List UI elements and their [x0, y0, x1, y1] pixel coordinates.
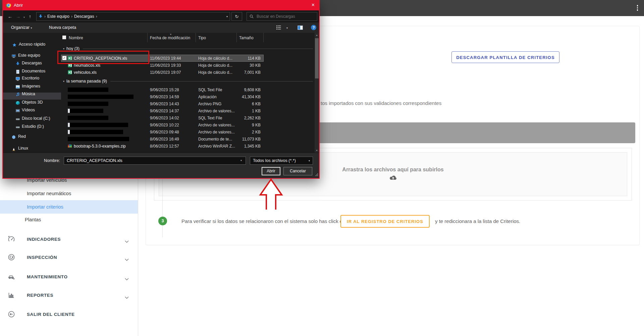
- scroll-up-icon[interactable]: ▴: [315, 34, 319, 37]
- view-list-icon[interactable]: [276, 25, 281, 31]
- sidebar-item-importar-neumaticos[interactable]: Importar neumáticos: [0, 187, 138, 200]
- navpane-item-escritorio[interactable]: Escritorio: [3, 75, 61, 82]
- up-icon[interactable]: ↑: [29, 13, 31, 19]
- go-to-criteria-registry-button[interactable]: IR AL REGISTRO DE CRITERIOS: [340, 215, 430, 228]
- group-header-hoy[interactable]: ▾ hoy (3): [61, 46, 313, 52]
- computer-icon: [12, 53, 16, 58]
- screen: Importar vehículos Importar neumáticos I…: [0, 0, 644, 336]
- select-all-checkbox[interactable]: [62, 36, 66, 39]
- file-row[interactable]: 9/06/2023 10:22Archivo de valores...9 KB: [61, 121, 264, 128]
- file-row-neumaticos[interactable]: neumaticos.xls 11/06/2023 19:33 Hoja de …: [61, 62, 264, 69]
- row-checkbox-checked[interactable]: ✓: [62, 56, 66, 60]
- redacted-name-bar: [68, 95, 133, 99]
- sidebar-item-plantas[interactable]: Plantas: [0, 213, 138, 226]
- resize-grip[interactable]: [315, 172, 318, 177]
- sidebar-section-label: INDICADORES: [27, 237, 61, 242]
- sort-indicator-icon: ▾: [170, 33, 171, 36]
- address-caret-icon[interactable]: ▾: [226, 15, 228, 18]
- step-3-badge: 3: [158, 217, 167, 225]
- kebab-menu-icon[interactable]: [637, 5, 638, 11]
- help-icon[interactable]: ?: [311, 25, 316, 30]
- column-header-tamano[interactable]: Tamaño: [239, 36, 254, 40]
- file-row-bootstrap-zip[interactable]: bootstrap-5.3.0-examples.zip 8/06/2023 1…: [61, 143, 264, 150]
- file-row-criterio-aceptacion[interactable]: ✓ CRITERIO_ACEPTACION.xls 11/06/2023 19:…: [61, 55, 264, 62]
- sidebar-section-label: REPORTES: [27, 293, 53, 298]
- redacted-name-bar: [70, 109, 103, 113]
- cancel-button[interactable]: Cancelar: [283, 167, 312, 175]
- navpane-item-este-equipo[interactable]: Este equipo: [3, 52, 61, 59]
- file-row[interactable]: 9/06/2023 14:59Aplicación41,304 KB: [61, 93, 264, 100]
- navpane-item-linux[interactable]: Linux: [3, 145, 61, 152]
- refresh-button[interactable]: ↻: [231, 12, 242, 21]
- download-template-button[interactable]: DESCARGAR PLANTILLA DE CRITERIOS: [451, 51, 559, 63]
- column-header-nombre[interactable]: Nombre: [69, 36, 83, 40]
- column-header-fecha[interactable]: Fecha de modificación: [150, 36, 190, 40]
- navpane-item-red[interactable]: Red: [3, 133, 61, 140]
- breadcrumb[interactable]: › Este equipo › Descargas › ▾: [36, 12, 230, 21]
- view-caret-icon[interactable]: ▾: [286, 26, 288, 30]
- open-file-dialog: Abrir × ← → ▾ ↑ › Este equipo › Descarga…: [2, 0, 320, 179]
- navpane-item-videos[interactable]: Vídeos: [3, 107, 61, 114]
- search-input[interactable]: [256, 14, 311, 19]
- filetype-select[interactable]: Todos los archivos (*.*) ▾: [250, 157, 313, 165]
- annotation-arrow-up: [258, 178, 284, 210]
- file-row[interactable]: 9/06/2023 15:28SQL Text File9,608 KB: [61, 86, 264, 93]
- chevron-down-icon: [125, 238, 129, 241]
- filename-input[interactable]: [64, 157, 246, 165]
- bar-chart-icon: [8, 291, 15, 299]
- navpane-item-disco-local-c[interactable]: Disco local (C:): [3, 115, 61, 122]
- navpane-item-objetos-3d[interactable]: Objetos 3D: [3, 99, 61, 106]
- navpane-item-documentos[interactable]: Documentos: [3, 68, 61, 75]
- forward-icon[interactable]: →: [16, 13, 20, 19]
- sidebar-item-importar-criterios[interactable]: Importar criterios: [0, 200, 138, 214]
- sidebar-section-label: MANTENIMIENTO: [27, 274, 68, 279]
- step-3-text: Para verificar si los datos se relaciona…: [181, 218, 345, 224]
- dialog-address-bar: ← → ▾ ↑ › Este equipo › Descargas › ▾ ↻: [3, 10, 319, 22]
- redacted-name-bar: [68, 137, 129, 141]
- navpane-item-musica[interactable]: Música: [3, 91, 61, 98]
- navpane-item-acceso-rapido[interactable]: Acceso rápido: [3, 41, 61, 48]
- new-folder-button[interactable]: Nueva carpeta: [49, 25, 76, 30]
- scroll-down-icon[interactable]: ▾: [315, 149, 319, 152]
- scrollbar-thumb[interactable]: [315, 38, 319, 78]
- breadcrumb-descargas[interactable]: Descargas: [74, 14, 94, 19]
- sidebar-section-mantenimiento[interactable]: MANTENIMIENTO: [0, 270, 138, 283]
- open-button[interactable]: Abrir: [262, 167, 280, 175]
- chrome-icon: [6, 3, 11, 8]
- filetype-caret-icon: ▾: [309, 159, 310, 162]
- excel-file-icon: [68, 56, 72, 60]
- file-row[interactable]: 9/06/2023 14:02SQL Text File2,262 KB: [61, 114, 264, 121]
- search-box: [247, 12, 317, 21]
- history-caret-icon[interactable]: ▾: [23, 14, 25, 20]
- file-row-vehiculos[interactable]: vehiculos.xls 11/06/2023 19:07 Hoja de c…: [61, 69, 264, 76]
- column-header-tipo[interactable]: Tipo: [198, 36, 206, 40]
- downloads-icon: [39, 14, 43, 18]
- sidebar-section-inspeccion[interactable]: INSPECCIÓN: [0, 250, 138, 264]
- sidebar-section-reportes[interactable]: REPORTES: [0, 288, 138, 302]
- sidebar-section-indicadores[interactable]: INDICADORES: [0, 232, 138, 246]
- navpane-item-descargas[interactable]: Descargas: [3, 60, 61, 67]
- winrar-file-icon: [68, 144, 72, 148]
- back-icon[interactable]: ←: [8, 13, 12, 19]
- organize-menu[interactable]: Organizar ▾: [11, 25, 32, 30]
- file-row[interactable]: 9/06/2023 09:48Archivo de valores...2 KB: [61, 128, 264, 135]
- file-row[interactable]: 8/06/2023 16:49Documento de te...11,073 …: [61, 135, 264, 143]
- group-chevron-icon: ▾: [63, 47, 64, 50]
- cloud-upload-icon: [389, 175, 397, 182]
- redacted-name-bar: [68, 88, 108, 92]
- file-list-scrollbar[interactable]: ▴ ▾: [315, 33, 319, 153]
- navpane-item-imagenes[interactable]: Imágenes: [3, 83, 61, 90]
- file-row[interactable]: 9/06/2023 14:43Archivo PNG6 KB: [61, 100, 264, 107]
- file-row[interactable]: 9/06/2023 14:37Archivo de valores...1 KB: [61, 107, 264, 114]
- cube-icon: [16, 100, 20, 105]
- preview-pane-icon[interactable]: [298, 25, 303, 31]
- sidebar-item-salir-del-cliente[interactable]: SALIR DEL CLIENTE: [0, 307, 138, 321]
- network-icon: [12, 134, 16, 139]
- close-icon[interactable]: ×: [312, 2, 315, 8]
- dialog-titlebar[interactable]: Abrir ×: [3, 0, 319, 10]
- navpane-item-estudio-d[interactable]: Estudio (D:): [3, 123, 61, 130]
- download-icon: [16, 61, 20, 65]
- group-header-semana-pasada[interactable]: ▾ la semana pasada (9): [61, 78, 313, 84]
- breadcrumb-este-equipo[interactable]: Este equipo: [47, 14, 69, 19]
- step2-description-text: tos importados con sus validaciones corr…: [321, 100, 441, 106]
